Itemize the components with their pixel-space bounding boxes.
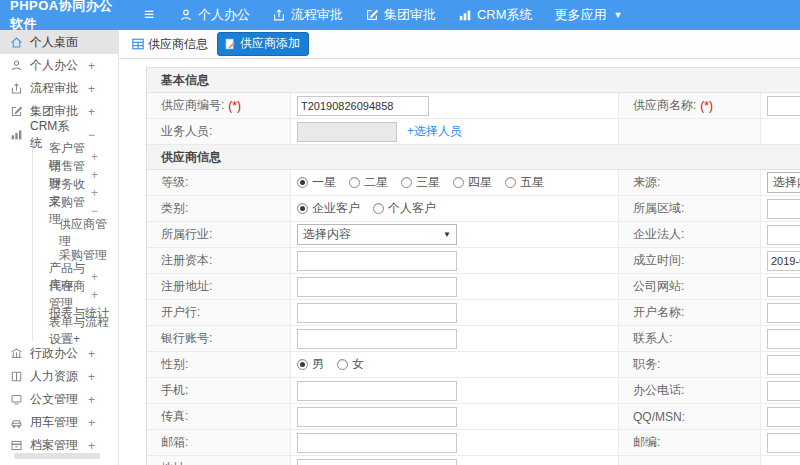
gender-label: 性别: <box>161 356 188 373</box>
sidebar-item-personal-office[interactable]: 个人办公 + <box>0 54 118 77</box>
person-icon <box>179 8 193 22</box>
tab-supplier-info[interactable]: 供应商信息 <box>132 36 208 53</box>
position-label: 职务: <box>633 356 660 373</box>
gender-option-female[interactable]: 女 <box>337 356 364 373</box>
caret-down-icon: ▼ <box>443 230 451 239</box>
building-icon <box>10 347 23 360</box>
category-option-personal[interactable]: 个人客户 <box>373 200 436 217</box>
sidebar-item-desktop[interactable]: 个人桌面 <box>0 30 118 54</box>
sidebar-item-form-flow-settings[interactable]: 表单与流程设置+ <box>33 322 118 340</box>
choose-staff-link[interactable]: +选择人员 <box>407 123 462 140</box>
bank-account-input[interactable] <box>297 329 457 349</box>
radio-icon[interactable] <box>505 177 516 188</box>
expand-plus-icon[interactable]: + <box>91 168 98 182</box>
source-select[interactable]: 选择内容 ▼ <box>767 172 800 193</box>
sidebar: 个人桌面 个人办公 + 流程审批 + 集团审批 + CRM系统 − <box>0 30 119 465</box>
position-input[interactable] <box>767 355 800 375</box>
form-row: 传真: QQ/MSN: <box>147 404 800 430</box>
level-option-4[interactable]: 四星 <box>453 174 492 191</box>
sidebar-item-supplier-mgmt[interactable]: 供应商管理 <box>33 222 118 244</box>
expand-plus-icon[interactable]: + <box>91 186 98 200</box>
level-option-3[interactable]: 三星 <box>401 174 440 191</box>
topmenu-personal-office[interactable]: 个人办公 <box>168 0 261 30</box>
expand-plus-icon[interactable]: + <box>85 347 95 361</box>
expand-plus-icon[interactable]: + <box>85 416 95 430</box>
qq-msn-input[interactable] <box>767 407 800 427</box>
form-row: 注册资本: 成立时间: <box>147 248 800 274</box>
expand-plus-icon[interactable]: + <box>85 82 95 96</box>
region-label: 所属区域: <box>633 200 684 217</box>
required-marker: (*) <box>228 99 241 113</box>
radio-icon[interactable] <box>401 177 412 188</box>
legal-person-input[interactable] <box>767 225 800 245</box>
home-icon <box>10 36 23 49</box>
expand-plus-icon[interactable]: + <box>91 270 98 284</box>
edit-icon <box>10 105 23 118</box>
topmenu-flow-approval[interactable]: 流程审批 <box>261 0 354 30</box>
sidebar-item-documents[interactable]: 公文管理 + <box>0 388 118 411</box>
sidebar-item-agent-mgmt[interactable]: 代理商管理 + <box>33 286 118 304</box>
zip-input[interactable] <box>767 433 800 453</box>
registered-capital-input[interactable] <box>297 251 457 271</box>
form-row: 供应商编号: (*) 供应商名称: (*) <box>147 93 800 119</box>
expand-plus-icon[interactable]: + <box>85 105 95 119</box>
level-option-2[interactable]: 二星 <box>349 174 388 191</box>
main-area: 供应商信息 供应商添加 基本信息 供应商编号: (*) <box>119 30 800 465</box>
radio-checked-icon[interactable] <box>297 359 308 370</box>
tab-supplier-add[interactable]: 供应商添加 <box>217 32 309 56</box>
form-row: 注册地址: 公司网站: <box>147 274 800 300</box>
zip-label: 邮编: <box>633 434 660 451</box>
bank-label: 开户行: <box>161 304 200 321</box>
level-option-5[interactable]: 五星 <box>505 174 544 191</box>
category-option-company[interactable]: 企业客户 <box>297 200 360 217</box>
address-label: 地址: <box>161 460 188 465</box>
industry-select[interactable]: 选择内容 ▼ <box>297 224 457 245</box>
website-input[interactable] <box>767 277 800 297</box>
business-staff-input[interactable] <box>297 122 397 142</box>
sidebar-item-vehicle[interactable]: 用车管理 + <box>0 411 118 434</box>
region-input[interactable] <box>767 199 800 219</box>
doc-icon <box>10 393 23 406</box>
category-label: 类别: <box>161 200 188 217</box>
fax-input[interactable] <box>297 407 457 427</box>
topmenu-group-approval[interactable]: 集团审批 <box>354 0 447 30</box>
account-name-label: 开户名称: <box>633 304 684 321</box>
radio-checked-icon[interactable] <box>297 177 308 188</box>
supplier-no-input[interactable] <box>297 96 429 116</box>
expand-plus-icon[interactable]: + <box>85 370 95 384</box>
mobile-input[interactable] <box>297 381 457 401</box>
topmenu-crm[interactable]: CRM系统 <box>447 0 544 30</box>
expand-plus-icon[interactable]: + <box>85 59 95 73</box>
bank-input[interactable] <box>297 303 457 323</box>
topmenu-more-apps[interactable]: 更多应用 ▼ <box>544 0 634 30</box>
supplier-name-input[interactable] <box>767 96 800 116</box>
expand-plus-icon[interactable]: + <box>85 393 95 407</box>
expand-plus-icon[interactable]: + <box>85 439 95 453</box>
level-option-1[interactable]: 一星 <box>297 174 336 191</box>
address-input[interactable] <box>297 459 457 465</box>
email-input[interactable] <box>297 433 457 453</box>
radio-icon[interactable] <box>349 177 360 188</box>
expand-plus-icon[interactable]: + <box>91 288 98 302</box>
sidebar-item-flow-approval[interactable]: 流程审批 + <box>0 77 118 100</box>
contact-input[interactable] <box>767 329 800 349</box>
app-window: PHPOA协同办公软件 ≡ 个人办公 流程审批 集团审批 CRM系统 更多应用 … <box>0 0 800 465</box>
radio-icon[interactable] <box>373 203 384 214</box>
radio-icon[interactable] <box>337 359 348 370</box>
expand-plus-icon[interactable]: + <box>91 150 98 164</box>
registered-address-input[interactable] <box>297 277 457 297</box>
supplier-name-label: 供应商名称: <box>633 97 696 114</box>
account-name-input[interactable] <box>767 303 800 323</box>
menu-toggle-icon[interactable]: ≡ <box>144 0 154 30</box>
contact-label: 联系人: <box>633 330 672 347</box>
establish-date-input[interactable] <box>767 251 800 271</box>
gender-option-male[interactable]: 男 <box>297 356 324 373</box>
car-icon <box>10 416 23 429</box>
sidebar-item-hr[interactable]: 人力资源 + <box>0 365 118 388</box>
radio-checked-icon[interactable] <box>297 203 308 214</box>
office-phone-input[interactable] <box>767 381 800 401</box>
section-header-basic: 基本信息 <box>147 68 800 93</box>
sidebar-clipped-item <box>14 453 100 459</box>
radio-icon[interactable] <box>453 177 464 188</box>
mobile-label: 手机: <box>161 382 188 399</box>
